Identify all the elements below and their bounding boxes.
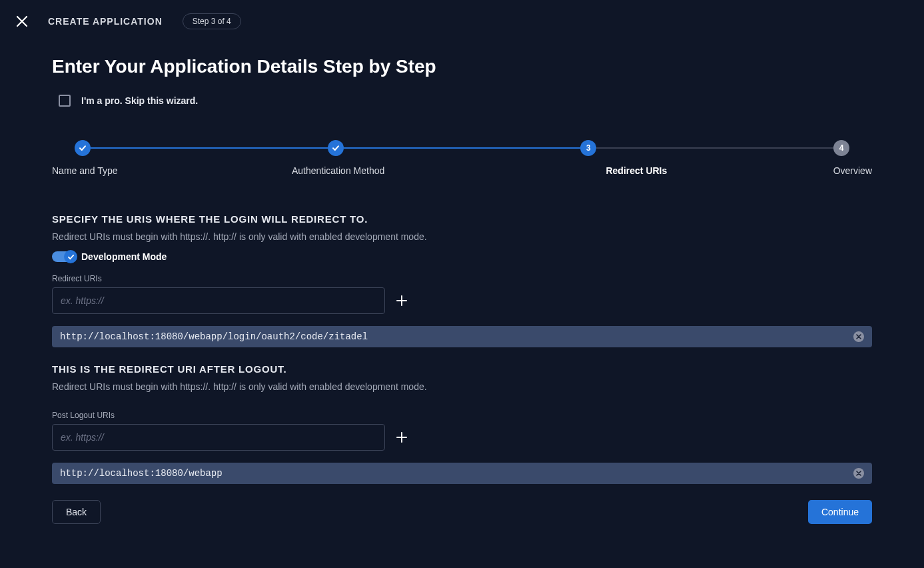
redirect-uri-input[interactable] bbox=[52, 287, 385, 314]
dev-mode-label: Development Mode bbox=[81, 251, 167, 262]
step-indicator-chip: Step 3 of 4 bbox=[183, 13, 241, 29]
step-3-label: Redirect URIs bbox=[534, 165, 739, 176]
close-icon bbox=[856, 471, 861, 476]
step-2-circle[interactable] bbox=[328, 140, 344, 156]
skip-wizard-row: I'm a pro. Skip this wizard. bbox=[59, 95, 872, 107]
back-button[interactable]: Back bbox=[52, 500, 101, 524]
check-icon bbox=[79, 144, 87, 152]
step-2-label: Authentication Method bbox=[236, 165, 441, 176]
step-3-circle[interactable]: 3 bbox=[580, 140, 596, 156]
plus-icon bbox=[396, 431, 408, 443]
post-logout-uris-label: Post Logout URIs bbox=[52, 411, 872, 420]
stepper: 3 4 Name and Type Authentication Method … bbox=[52, 140, 872, 176]
continue-button[interactable]: Continue bbox=[808, 500, 872, 524]
skip-wizard-checkbox[interactable] bbox=[59, 95, 71, 107]
close-icon bbox=[856, 334, 861, 339]
topbar: CREATE APPLICATION Step 3 of 4 bbox=[0, 0, 924, 29]
step-1-circle[interactable] bbox=[75, 140, 91, 156]
check-icon bbox=[332, 144, 340, 152]
step-1-label: Name and Type bbox=[52, 165, 257, 176]
close-button[interactable] bbox=[16, 15, 28, 27]
page-heading: Enter Your Application Details Step by S… bbox=[52, 56, 872, 77]
step-connector-1 bbox=[91, 147, 328, 149]
redirect-section-title: SPECIFY THE URIS WHERE THE LOGIN WILL RE… bbox=[52, 213, 872, 225]
logout-section-desc: Redirect URIs must begin with https://. … bbox=[52, 381, 872, 392]
redirect-uri-entry: http://localhost:18080/webapp/login/oaut… bbox=[52, 326, 872, 347]
redirect-uri-value: http://localhost:18080/webapp/login/oaut… bbox=[60, 331, 368, 342]
toggle-knob bbox=[64, 250, 77, 263]
add-redirect-uri-button[interactable] bbox=[396, 295, 408, 307]
remove-post-logout-uri-button[interactable] bbox=[853, 468, 864, 479]
wizard-footer: Back Continue bbox=[52, 500, 872, 524]
redirect-section-desc: Redirect URIs must begin with https://. … bbox=[52, 231, 872, 242]
dev-mode-row: Development Mode bbox=[52, 251, 872, 262]
close-icon bbox=[16, 15, 28, 27]
plus-icon bbox=[396, 295, 408, 307]
post-logout-uri-entry: http://localhost:18080/webapp bbox=[52, 463, 872, 484]
step-4-circle[interactable]: 4 bbox=[833, 140, 849, 156]
post-logout-uri-input[interactable] bbox=[52, 424, 385, 451]
dev-mode-toggle[interactable] bbox=[52, 251, 76, 262]
post-logout-uri-value: http://localhost:18080/webapp bbox=[60, 468, 223, 479]
logout-section-title: THIS IS THE REDIRECT URI AFTER LOGOUT. bbox=[52, 363, 872, 375]
check-icon bbox=[67, 253, 75, 261]
step-connector-3 bbox=[596, 147, 833, 149]
redirect-uris-label: Redirect URIs bbox=[52, 274, 872, 283]
page-title: CREATE APPLICATION bbox=[48, 16, 163, 27]
skip-wizard-label: I'm a pro. Skip this wizard. bbox=[81, 95, 198, 106]
remove-redirect-uri-button[interactable] bbox=[853, 331, 864, 342]
add-post-logout-uri-button[interactable] bbox=[396, 431, 408, 443]
step-connector-2 bbox=[344, 147, 581, 149]
